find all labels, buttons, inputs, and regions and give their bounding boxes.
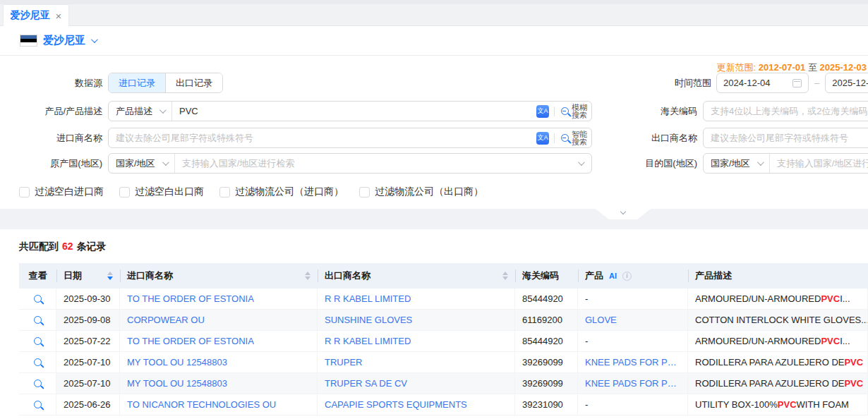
summary-prefix: 共匹配到 xyxy=(19,241,59,252)
origin-select-box: 国家/地区 支持输入国家/地区进行检索 xyxy=(108,153,592,174)
description-text: ARMOURED/UN-ARMOURED xyxy=(695,336,821,346)
exporter-link[interactable]: TRUPER xyxy=(325,357,362,368)
importer-link[interactable]: CORPOWEAR OU xyxy=(127,315,205,325)
table-row-5: 2025-06-26TO NICANOR TECHNOLOGIES OUCAPA… xyxy=(19,394,868,415)
country-selector[interactable]: 爱沙尼亚 xyxy=(20,34,96,47)
description-cell: COTTON INTERLOCK WHITE GLOVES... xyxy=(688,310,868,330)
hs-code-input[interactable]: 支持4位以上海关编码，或2位海关编码加上 xyxy=(703,101,868,121)
view-record-icon[interactable] xyxy=(34,358,42,366)
product-search-input[interactable]: PVC xyxy=(172,106,536,116)
column-header-2[interactable]: 进口商名称 xyxy=(120,263,318,289)
product-field-select[interactable]: 产品描述 xyxy=(109,102,172,121)
product-link[interactable]: KNEE PADS FOR PVC T... xyxy=(585,357,680,368)
sort-icon[interactable] xyxy=(305,272,311,280)
hs-code-cell: 85444920 xyxy=(515,289,578,309)
smart-search-button[interactable]: 智能搜索 xyxy=(560,130,591,146)
view-record-icon[interactable] xyxy=(34,295,42,303)
product-row: 产品/产品描述 产品描述 PVC 文A 模糊搜索 xyxy=(0,101,592,121)
view-record-icon[interactable] xyxy=(34,379,42,387)
start-date-value: 2024-12-04 xyxy=(723,78,771,88)
exporter-cell: SUNSHINE GLOVES xyxy=(318,310,515,330)
importer-link[interactable]: TO THE ORDER OF ESTONIA xyxy=(127,336,254,346)
importer-input[interactable]: 建议去除公司尾部字符或特殊符号 xyxy=(109,132,536,145)
exporter-link[interactable]: SUNSHINE GLOVES xyxy=(325,315,412,325)
tab-estonia[interactable]: 爱沙尼亚 × xyxy=(3,4,69,26)
product-link[interactable]: GLOVE xyxy=(585,315,617,325)
importer-cell: MY TOOL OU 12548803 xyxy=(120,373,318,394)
hs-code-row: 海关编码 支持4位以上海关编码，或2位海关编码加上 xyxy=(607,101,868,121)
tab-bar: 爱沙尼亚 × xyxy=(0,0,868,26)
destination-input[interactable]: 支持输入国家/地区进行检索 xyxy=(770,157,868,170)
exporter-input[interactable]: 建议去除公司尾部字符或特殊符号 xyxy=(703,128,868,148)
filter-checkbox-0[interactable]: 过滤空白进口商 xyxy=(19,186,104,198)
view-cell xyxy=(19,289,56,309)
exporter-cell: CAPAPIE SPORTS EQUIPMENTS xyxy=(318,394,515,415)
update-range-start: 2012-07-01 xyxy=(759,62,806,73)
exporter-link[interactable]: R R KABEL LIMITED xyxy=(325,336,411,346)
checkbox-icon[interactable] xyxy=(219,187,230,198)
exporter-link[interactable]: TRUPER SA DE CV xyxy=(325,378,407,389)
product-link[interactable]: KNEE PADS FOR PVC T... xyxy=(585,378,680,389)
description-highlight: PVC xyxy=(778,399,797,410)
importer-link[interactable]: TO THE ORDER OF ESTONIA xyxy=(127,293,254,304)
calendar-icon xyxy=(792,79,802,87)
date-cell: 2025-09-08 xyxy=(56,310,120,330)
destination-row: 目的国(地区) 国家/地区 支持输入国家/地区进行检索 xyxy=(607,153,868,174)
search-icon xyxy=(561,107,569,115)
collapse-panel-toggle[interactable] xyxy=(596,209,651,219)
importer-link[interactable]: MY TOOL OU 12548803 xyxy=(127,357,227,368)
close-icon[interactable]: × xyxy=(56,11,62,21)
product-select-value: 产品描述 xyxy=(116,105,152,118)
filter-checkbox-2[interactable]: 过滤物流公司（进口商） xyxy=(219,186,344,198)
product-cell: KNEE PADS FOR PVC T... xyxy=(578,352,688,372)
column-header-3[interactable]: 出口商名称 xyxy=(318,263,515,289)
chevron-down-icon xyxy=(620,209,626,214)
origin-row: 原产国(地区) 国家/地区 支持输入国家/地区进行检索 xyxy=(0,153,592,174)
end-date-input[interactable]: 2025-12-03 xyxy=(825,73,868,93)
time-range-label: 时间范围 xyxy=(670,77,711,90)
checkbox-icon[interactable] xyxy=(119,187,130,198)
exporter-link[interactable]: R R KABEL LIMITED xyxy=(325,293,411,304)
column-header-1[interactable]: 日期 xyxy=(56,263,120,289)
view-record-icon[interactable] xyxy=(34,337,42,345)
description-highlight: PVC xyxy=(821,336,840,346)
search-icon xyxy=(561,134,569,142)
view-record-icon[interactable] xyxy=(34,316,42,324)
divider xyxy=(554,133,555,143)
sort-icon[interactable] xyxy=(107,272,113,280)
hs-code-placeholder: 支持4位以上海关编码，或2位海关编码加上 xyxy=(711,105,868,118)
translate-icon[interactable]: 文A xyxy=(536,105,549,118)
checkbox-icon[interactable] xyxy=(359,187,370,198)
importer-link[interactable]: TO NICANOR TECHNOLOGIES OU xyxy=(127,399,276,410)
checkbox-label: 过滤物流公司（出口商） xyxy=(375,186,483,198)
filter-panel: 爱沙尼亚 更新范围: 2012-07-01 至 2025-12-03 数据源 进… xyxy=(0,26,868,209)
translate-icon[interactable]: 文A xyxy=(536,132,549,145)
origin-placeholder: 支持输入国家/地区进行检索 xyxy=(182,158,295,169)
fuzzy-search-button[interactable]: 模糊搜索 xyxy=(560,104,591,119)
description-text: WITH FOAM xyxy=(797,399,849,410)
exporter-row: 出口商名称 建议去除公司尾部字符或特殊符号 xyxy=(607,128,868,148)
exporter-link[interactable]: CAPAPIE SPORTS EQUIPMENTS xyxy=(325,399,467,410)
update-range-label: 更新范围: xyxy=(717,62,757,73)
hs-code-cell: 39269099 xyxy=(515,373,578,394)
start-date-input[interactable]: 2024-12-04 xyxy=(716,73,809,93)
checkbox-icon[interactable] xyxy=(19,187,30,198)
origin-input[interactable]: 支持输入国家/地区进行检索 xyxy=(175,157,578,170)
table-header: 查看日期进口商名称出口商名称海关编码产品AI产品描述 xyxy=(19,263,868,289)
country-name: 爱沙尼亚 xyxy=(43,34,85,47)
divider xyxy=(0,55,868,56)
filter-checkbox-1[interactable]: 过滤空白出口商 xyxy=(119,186,204,198)
date-cell: 2025-09-30 xyxy=(56,289,120,309)
filter-checkbox-3[interactable]: 过滤物流公司（出口商） xyxy=(359,186,483,198)
tab-import-records[interactable]: 进口记录 xyxy=(109,73,165,92)
info-icon[interactable] xyxy=(622,272,632,281)
column-label: 产品描述 xyxy=(695,269,732,282)
destination-country-select[interactable]: 国家/地区 xyxy=(704,154,770,173)
sort-icon[interactable] xyxy=(502,272,508,280)
view-record-icon[interactable] xyxy=(34,401,42,408)
origin-country-select[interactable]: 国家/地区 xyxy=(109,154,175,173)
tab-export-records[interactable]: 出口记录 xyxy=(165,73,222,92)
table-body: 2025-09-30TO THE ORDER OF ESTONIAR R KAB… xyxy=(19,289,868,415)
importer-label: 进口商名称 xyxy=(0,132,102,145)
importer-link[interactable]: MY TOOL OU 12548803 xyxy=(127,378,227,389)
